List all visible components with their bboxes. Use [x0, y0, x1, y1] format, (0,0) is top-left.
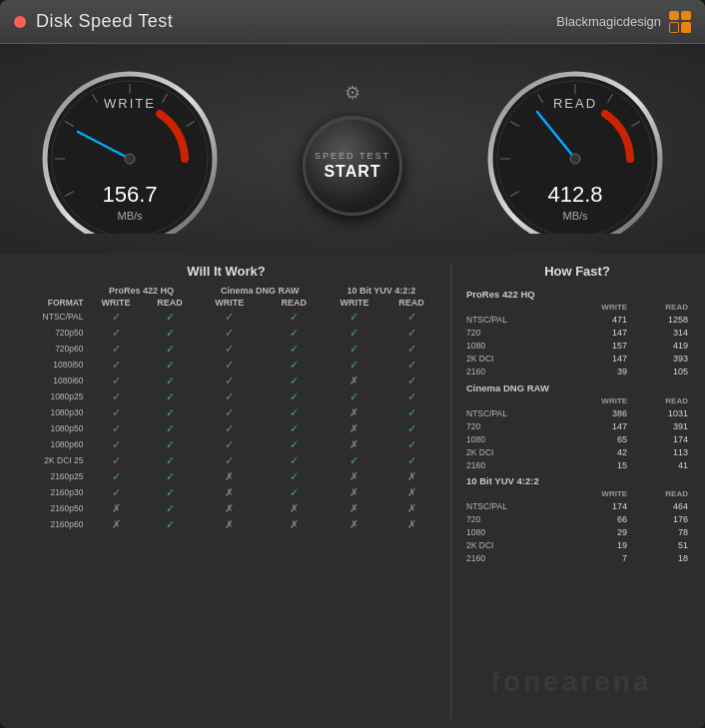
check-cell: ✓	[88, 404, 145, 420]
hf-label-cell: 2160	[463, 365, 563, 378]
hf-read-cell: 1258	[630, 314, 691, 327]
hf-read-cell: 113	[630, 445, 691, 458]
write-value: 156.7	[102, 184, 157, 206]
check-icon: ✓	[350, 327, 358, 339]
check-icon: ✓	[350, 343, 358, 355]
format-cell: 1080p25	[14, 388, 88, 404]
how-fast-table: ProRes 422 HQWRITEREADNTSC/PAL4711258720…	[463, 285, 691, 565]
check-icon: ✓	[112, 374, 121, 386]
check-cell: ✓	[88, 420, 145, 436]
main-window: Disk Speed Test Blackmagicdesign	[0, 0, 705, 728]
check-icon: ✓	[407, 406, 416, 418]
hf-data-row: 1080157419	[463, 340, 691, 353]
check-icon: ✓	[407, 390, 416, 402]
format-cell: 2160p60	[14, 516, 88, 532]
write-value-display: 156.7 MB/s	[102, 184, 157, 224]
cross-icon: ✗	[407, 502, 416, 514]
hf-label-cell: 1080	[463, 432, 563, 445]
check-icon: ✓	[290, 311, 299, 323]
svg-point-23	[570, 154, 580, 164]
check-icon: ✓	[407, 438, 416, 450]
check-cell: ✓	[145, 468, 196, 484]
check-icon: ✓	[290, 390, 299, 402]
hf-data-row: 72066176	[463, 513, 691, 526]
check-cell: ✓	[88, 388, 145, 404]
check-icon: ✓	[112, 438, 121, 450]
check-cell: ✓	[264, 309, 325, 325]
cross-icon: ✗	[350, 518, 358, 530]
will-it-work-table: ProRes 422 HQ Cinema DNG RAW 10 Bit YUV …	[14, 285, 438, 532]
check-cell: ✓	[196, 372, 264, 388]
table-row: NTSC/PAL✓✓✓✓✓✓	[14, 309, 438, 325]
cdng-read-header: READ	[264, 297, 325, 309]
hf-data-row: NTSC/PAL4711258	[463, 314, 691, 327]
hf-read-cell: 41	[630, 458, 691, 471]
hf-read-cell: 18	[630, 552, 691, 565]
check-icon: ✓	[112, 406, 121, 418]
hf-subheader-row: WRITEREAD	[463, 302, 691, 314]
check-cell: ✓	[196, 325, 264, 341]
hf-col-header: READ	[630, 488, 691, 500]
check-cell: ✓	[88, 372, 145, 388]
settings-button[interactable]: ⚙	[345, 82, 360, 104]
start-button-label: START	[324, 163, 380, 181]
cross-icon: ✗	[407, 470, 416, 482]
will-it-work-title: Will It Work?	[14, 264, 438, 279]
check-icon: ✓	[225, 311, 234, 323]
check-cell: ✗	[384, 484, 438, 500]
hf-write-cell: 39	[563, 365, 630, 378]
check-cell: ✗	[196, 484, 264, 500]
check-cell: ✓	[145, 436, 196, 452]
hf-read-cell: 78	[630, 526, 691, 539]
hf-table-body: ProRes 422 HQWRITEREADNTSC/PAL4711258720…	[463, 285, 691, 565]
close-button[interactable]	[14, 16, 26, 28]
hf-col-header	[463, 394, 563, 406]
check-icon: ✓	[290, 406, 299, 418]
prores-write-header: WRITE	[88, 297, 145, 309]
hf-read-cell: 464	[630, 500, 691, 513]
check-cell: ✓	[88, 325, 145, 341]
gauges-section: WRITE 156.7 MB/s ⚙ SPEED TEST START	[0, 44, 705, 254]
svg-point-11	[125, 154, 135, 164]
check-cell: ✗	[196, 468, 264, 484]
check-cell: ✓	[145, 484, 196, 500]
check-icon: ✓	[290, 486, 299, 498]
format-col-header	[14, 285, 88, 297]
check-cell: ✓	[384, 341, 438, 357]
read-gauge-label: READ	[553, 96, 597, 111]
check-cell: ✓	[264, 388, 325, 404]
check-icon: ✓	[112, 390, 121, 402]
hf-read-cell: 391	[630, 419, 691, 432]
check-cell: ✓	[264, 404, 325, 420]
hf-label-cell: 720	[463, 419, 563, 432]
logo-cell-1	[669, 11, 679, 20]
read-gauge: READ 412.8 MB/s	[475, 64, 675, 234]
hf-write-cell: 29	[563, 526, 630, 539]
cross-icon: ✗	[350, 422, 358, 434]
hf-col-header: READ	[630, 394, 691, 406]
hf-read-cell: 393	[630, 353, 691, 365]
check-cell: ✗	[325, 484, 384, 500]
hf-data-row: NTSC/PAL174464	[463, 500, 691, 513]
check-cell: ✗	[264, 516, 325, 532]
check-cell: ✓	[196, 420, 264, 436]
title-bar: Disk Speed Test Blackmagicdesign	[0, 0, 705, 44]
hf-write-cell: 42	[563, 445, 630, 458]
hf-data-row: NTSC/PAL3861031	[463, 406, 691, 419]
check-icon: ✓	[166, 438, 175, 450]
table-row: 1080i50✓✓✓✓✓✓	[14, 357, 438, 372]
check-cell: ✓	[88, 436, 145, 452]
check-cell: ✗	[325, 500, 384, 516]
hf-write-cell: 15	[563, 458, 630, 471]
hf-col-header: READ	[630, 302, 691, 314]
start-test-button[interactable]: SPEED TEST START	[303, 116, 402, 216]
check-icon: ✓	[225, 327, 234, 339]
check-icon: ✓	[166, 518, 175, 530]
format-cell: 2160p25	[14, 468, 88, 484]
check-cell: ✗	[325, 372, 384, 388]
check-cell: ✓	[384, 325, 438, 341]
hf-group-header-row: ProRes 422 HQ	[463, 285, 691, 302]
check-icon: ✓	[225, 343, 234, 355]
check-icon: ✓	[166, 311, 175, 323]
logo-cell-2	[681, 11, 691, 20]
